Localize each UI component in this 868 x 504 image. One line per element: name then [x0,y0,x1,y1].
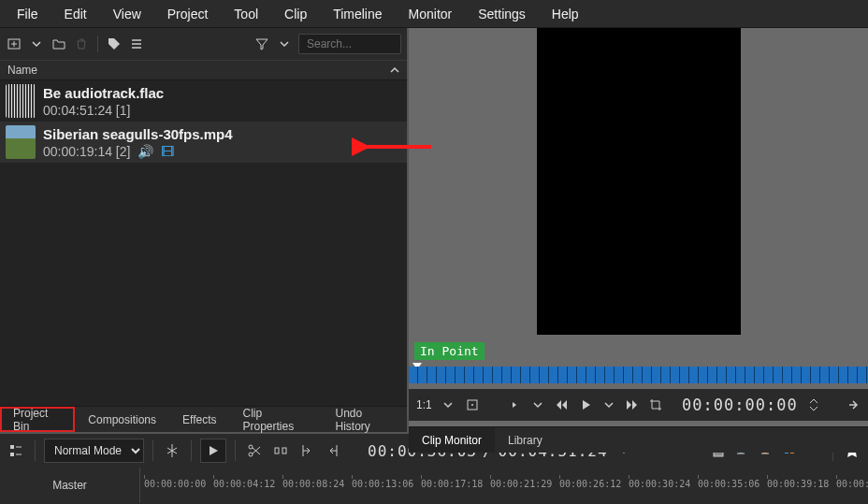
tag-icon[interactable] [106,36,123,52]
chevron-up-icon [390,65,399,75]
monitor-ruler[interactable] [409,367,868,383]
clip-thumbnail [6,84,36,118]
crop-icon[interactable] [649,396,663,413]
list-icon[interactable] [128,36,145,52]
chevron-down-icon[interactable] [601,396,615,413]
bracket-in-icon[interactable] [297,440,317,461]
tick: 00:00:17:18 [421,479,483,489]
menu-edit[interactable]: Edit [51,7,100,22]
clip-list: Be audiotrack.flac 00:04:51:24 [1] Siber… [0,80,407,406]
tick: 00:00:04:12 [213,479,275,489]
split-icon[interactable] [162,440,182,461]
tick: 00:00:13:06 [352,479,413,489]
menu-clip[interactable]: Clip [271,7,320,22]
timeline-ruler: Master 00:00:00:00 00:00:04:12 00:00:08:… [0,468,868,503]
fast-forward-icon[interactable] [626,396,640,413]
timecode-stepper-icon[interactable] [807,396,821,413]
menu-help[interactable]: Help [539,7,592,22]
monitor-timecode[interactable]: 00:00:00:00 [682,396,798,414]
track-config-icon[interactable] [6,440,26,461]
add-clip-icon[interactable] [6,36,22,52]
menu-view[interactable]: View [100,7,154,22]
clip-name: Be audiotrack.flac [43,85,164,101]
tab-undo-history[interactable]: Undo History [322,407,407,432]
tab-compositions[interactable]: Compositions [75,407,169,432]
next-icon[interactable] [846,396,861,413]
tick: 00:00:43:2 [836,479,868,489]
tick: 00:00:30:24 [629,479,690,489]
menu-timeline[interactable]: Timeline [320,7,395,22]
search-input[interactable] [298,34,401,54]
folder-icon[interactable] [51,36,67,52]
clip-meta: 00:00:19:14 [2] [43,144,130,159]
tick: 00:00:00:00 [144,479,206,489]
tick: 00:00:26:12 [559,479,621,489]
menu-file[interactable]: File [4,7,51,22]
trash-icon[interactable] [73,36,90,52]
chevron-down-icon[interactable] [276,36,293,52]
rewind-icon[interactable] [555,396,569,413]
column-header[interactable]: Name [0,60,407,80]
tab-clip-monitor[interactable]: Clip Monitor [409,427,495,453]
menu-bar: File Edit View Project Tool Clip Timelin… [0,0,868,28]
tick: 00:00:35:06 [698,479,760,489]
svg-point-7 [249,453,253,456]
svg-point-2 [471,404,473,406]
master-track-label[interactable]: Master [0,468,140,503]
column-name-label: Name [7,64,37,77]
play-icon[interactable] [578,396,592,413]
chevron-down-icon[interactable] [531,396,545,413]
bracket-out-icon[interactable] [323,440,343,461]
svg-point-6 [249,445,253,449]
project-bin-panel: Name Be audiotrack.flac 00:04:51:24 [1] … [0,28,409,432]
ripple-icon[interactable] [270,440,291,461]
menu-monitor[interactable]: Monitor [396,7,466,22]
svg-rect-5 [10,453,14,456]
monitor-controls: 1:1 00:00:00:00 [409,389,868,421]
clip-item[interactable]: Siberian seagulls-30fps.mp4 00:00:19:14 … [0,122,407,163]
chevron-down-icon[interactable] [441,396,456,413]
clip-item[interactable]: Be audiotrack.flac 00:04:51:24 [1] [0,80,407,122]
timeline-ticks[interactable]: 00:00:00:00 00:00:04:12 00:00:08:24 00:0… [140,468,868,503]
clip-monitor-viewport[interactable] [537,28,741,335]
tab-clip-properties[interactable]: Clip Properties [230,407,323,432]
video-icon: 🎞 [161,144,174,159]
menu-project[interactable]: Project [154,7,222,22]
tick: 00:00:39:18 [767,479,829,489]
chevron-down-icon[interactable] [28,36,45,52]
left-tab-bar: Project Bin Compositions Effects Clip Pr… [0,406,407,432]
tab-project-bin[interactable]: Project Bin [0,407,75,432]
filter-icon[interactable] [253,36,270,52]
tab-library[interactable]: Library [495,427,556,453]
zoom-ratio[interactable]: 1:1 [416,398,432,411]
timeline-mode-select[interactable]: Normal Mode [44,439,144,463]
clip-thumbnail [6,125,36,159]
clip-meta: 00:04:51:24 [1] [43,103,164,118]
grid-icon[interactable] [465,396,479,413]
audio-icon: 🔊 [137,144,153,159]
menu-tool[interactable]: Tool [221,7,271,22]
menu-settings[interactable]: Settings [465,7,539,22]
bin-toolbar [0,28,407,60]
in-point-marker[interactable]: In Point [414,342,485,360]
scissors-icon[interactable] [244,440,265,461]
svg-rect-8 [275,448,279,454]
svg-rect-4 [10,445,14,449]
tick: 00:00:08:24 [282,479,344,489]
tick: 00:00:21:29 [490,479,552,489]
monitor-panel: In Point 1:1 00:00:00:00 Clip Monitor Li… [409,28,868,432]
clip-name: Siberian seagulls-30fps.mp4 [43,126,233,142]
tab-effects[interactable]: Effects [169,407,229,432]
timeline-play-button[interactable] [200,439,226,463]
right-tab-bar: Clip Monitor Library [409,426,868,453]
svg-rect-9 [282,448,286,454]
in-out-icon[interactable] [507,396,521,413]
